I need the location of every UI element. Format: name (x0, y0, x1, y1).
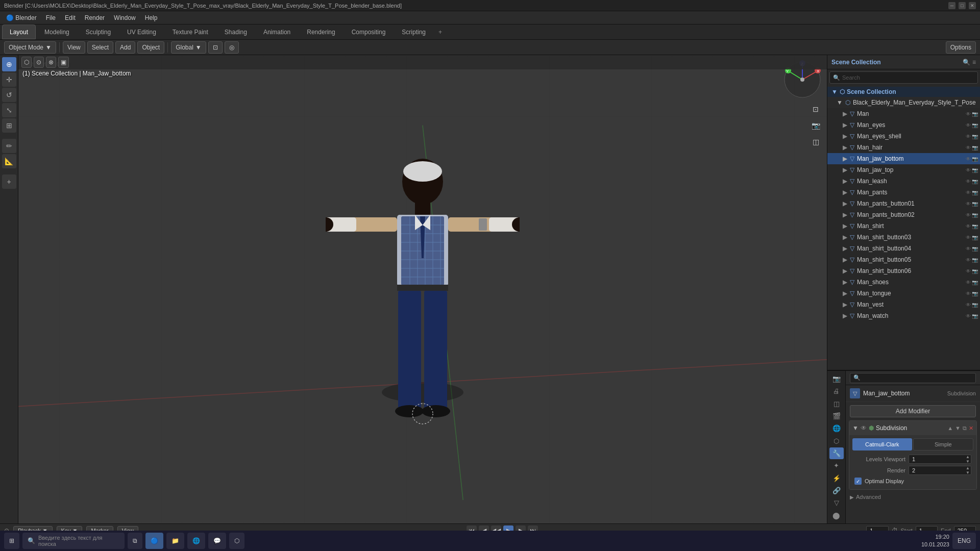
zoom-to-fit-btn[interactable]: ⊡ (808, 102, 823, 116)
render-icon[interactable]: 📷 (972, 167, 978, 173)
proportional-edit[interactable]: ◎ (225, 41, 239, 54)
menu-file[interactable]: File (42, 13, 60, 22)
menu-render[interactable]: Render (81, 13, 109, 22)
outliner-item-man-shirt-btn06[interactable]: ▶ ▽ Man_shirt_button06 👁 📷 (827, 265, 980, 277)
render-icon[interactable]: 📷 (972, 257, 978, 263)
stepper-up[interactable]: ▲ (966, 455, 970, 459)
visibility-icon[interactable]: 👁 (966, 122, 971, 128)
tab-rendering[interactable]: Rendering (299, 24, 342, 39)
visibility-icon[interactable]: 👁 (966, 201, 971, 207)
transform-tool-btn[interactable]: ⊞ (2, 118, 16, 133)
constraints-props-btn[interactable]: 🔗 (829, 485, 844, 496)
outliner-item-man-leash[interactable]: ▶ ▽ Man_leash 👁 📷 (827, 176, 980, 187)
rotate-tool-btn[interactable]: ↺ (2, 88, 16, 102)
outliner-item-man-shirt-btn03[interactable]: ▶ ▽ Man_shirt_button03 👁 📷 (827, 232, 980, 243)
task-view-btn[interactable]: ⧉ (128, 533, 142, 549)
tab-shading[interactable]: Shading (217, 24, 255, 39)
tab-texture-paint[interactable]: Texture Paint (165, 24, 216, 39)
properties-search[interactable]: 🔍 (850, 373, 976, 383)
search-bar[interactable]: 🔍 Введите здесь текст для поиска (22, 533, 125, 549)
render-icon[interactable]: 📷 (972, 212, 978, 218)
view-menu[interactable]: View (63, 41, 85, 54)
outliner-item-man-shirt-btn05[interactable]: ▶ ▽ Man_shirt_button05 👁 📷 (827, 254, 980, 265)
outliner-item-man-pants[interactable]: ▶ ▽ Man_pants 👁 📷 (827, 187, 980, 198)
render-icon[interactable]: 📷 (972, 111, 978, 117)
blender-taskbar-btn[interactable]: 🔵 (145, 533, 163, 549)
add-tab-button[interactable]: + (434, 24, 446, 39)
cursor-tool-btn[interactable]: ⊕ (2, 57, 16, 71)
material-props-btn[interactable]: ⬤ (829, 510, 844, 521)
options-menu[interactable]: Options (946, 41, 976, 54)
outliner-item-man-jaw-bottom[interactable]: ▶ ▽ Man_jaw_bottom 👁 📷 (827, 153, 980, 164)
visibility-icon[interactable]: 👁 (966, 145, 971, 151)
outliner-item-man-pants-btn01[interactable]: ▶ ▽ Man_pants_button01 👁 📷 (827, 198, 980, 209)
tab-uv-editing[interactable]: UV Editing (119, 24, 164, 39)
render-icon[interactable]: 📷 (972, 179, 978, 184)
viewport[interactable]: ⬡ ⊙ ⊗ ▣ User Perspective (1) Scene Colle… (18, 55, 827, 523)
render-input[interactable]: 2 ▲ ▼ (909, 466, 971, 475)
render-icon[interactable]: 📷 (972, 223, 978, 229)
visibility-icon[interactable]: 👁 (966, 134, 971, 139)
outliner-filter-icon[interactable]: 🔍 (963, 59, 970, 66)
viewport-gizmo-btn[interactable]: ⊗ (46, 57, 56, 68)
add-modifier-button[interactable]: Add Modifier (850, 405, 976, 417)
outliner-item-man-tongue[interactable]: ▶ ▽ Man_tongue 👁 📷 (827, 288, 980, 299)
object-mode-selector[interactable]: Object Mode ▼ (4, 41, 56, 54)
outliner-item-man-shirt-btn04[interactable]: ▶ ▽ Man_shirt_button04 👁 📷 (827, 243, 980, 254)
collection-item-main[interactable]: ▼ ⬡ Black_Elderly_Man_Everyday_Style_T_P… (827, 97, 980, 108)
minimize-button[interactable]: ─ (948, 2, 955, 9)
visibility-icon[interactable]: 👁 (966, 235, 971, 240)
outliner-item-man[interactable]: ▶ ▽ Man 👁 📷 (827, 108, 980, 119)
app-5-btn[interactable]: ⬡ (229, 533, 244, 549)
menu-edit[interactable]: Edit (61, 13, 80, 22)
outliner-item-man-jaw-top[interactable]: ▶ ▽ Man_jaw_top 👁 📷 (827, 164, 980, 176)
optimal-display-checkbox[interactable]: ✓ (854, 478, 862, 485)
output-props-btn[interactable]: 🖨 (829, 385, 844, 397)
advanced-section[interactable]: ▶ Advanced (846, 492, 980, 502)
scene-props-btn[interactable]: 🎬 (829, 410, 844, 422)
scene-collection-item[interactable]: ▼ ⬡ Scene Collection (827, 87, 980, 97)
sidebar-toggle-btn[interactable]: ◫ (808, 135, 823, 149)
outliner-item-man-shirt[interactable]: ▶ ▽ Man_shirt 👁 📷 (827, 220, 980, 232)
viewport-overlay-btn[interactable]: ⊙ (34, 57, 44, 68)
maximize-button[interactable]: □ (959, 2, 966, 9)
object-props-btn[interactable]: ⬡ (829, 435, 844, 447)
render-icon[interactable]: 📷 (972, 122, 978, 128)
tab-scripting[interactable]: Scripting (394, 24, 433, 39)
visibility-icon[interactable]: 👁 (966, 246, 971, 252)
mod-vis-icon[interactable]: 👁 (861, 424, 867, 432)
outliner-search[interactable]: 🔍 Search (829, 71, 978, 84)
snap-button[interactable]: ⊡ (208, 41, 223, 54)
render-icon[interactable]: 📷 (972, 235, 978, 240)
menu-help[interactable]: Help (141, 13, 162, 22)
outliner-item-man-eyes[interactable]: ▶ ▽ Man_eyes 👁 📷 (827, 119, 980, 131)
modifier-props-btn active[interactable]: 🔧 (829, 447, 844, 459)
visibility-icon[interactable]: 👁 (966, 280, 971, 285)
tab-layout[interactable]: Layout (2, 24, 36, 39)
world-props-btn[interactable]: 🌐 (829, 422, 844, 434)
render-icon[interactable]: 📷 (972, 246, 978, 252)
visibility-icon[interactable]: 👁 (966, 167, 971, 173)
render-icon[interactable]: 📷 (972, 268, 978, 274)
visibility-icon[interactable]: 👁 (966, 111, 971, 117)
render-icon[interactable]: 📷 (972, 156, 978, 162)
camera-view-btn[interactable]: 📷 (808, 118, 823, 133)
tab-animation[interactable]: Animation (256, 24, 298, 39)
view-layer-props-btn[interactable]: ◫ (829, 398, 844, 410)
mod-down-icon[interactable]: ▼ (955, 425, 961, 431)
modifier-header[interactable]: ▼ 👁 ⬢ Subdivision ▲ ▼ ⧉ ✕ (849, 421, 976, 435)
render-props-btn[interactable]: 📷 (829, 373, 844, 385)
outliner-item-man-watch[interactable]: ▶ ▽ Man_watch 👁 📷 (827, 310, 980, 321)
stepper-down[interactable]: ▼ (966, 459, 970, 464)
start-button[interactable]: ⊞ (4, 533, 19, 549)
visibility-icon[interactable]: 👁 (966, 268, 971, 274)
visibility-icon[interactable]: 👁 (966, 156, 971, 162)
outliner-item-man-shoes[interactable]: ▶ ▽ Man_shoes 👁 📷 (827, 277, 980, 288)
render-icon[interactable]: 📷 (972, 145, 978, 151)
visibility-icon[interactable]: 👁 (966, 190, 971, 195)
object-data-props-btn[interactable]: ▽ (829, 497, 844, 509)
catmull-clark-btn[interactable]: Catmull-Clark (852, 438, 912, 450)
mod-copy-icon[interactable]: ⧉ (963, 425, 967, 432)
xray-btn[interactable]: ▣ (58, 57, 69, 68)
annotate-tool-btn[interactable]: ✏ (2, 139, 16, 153)
